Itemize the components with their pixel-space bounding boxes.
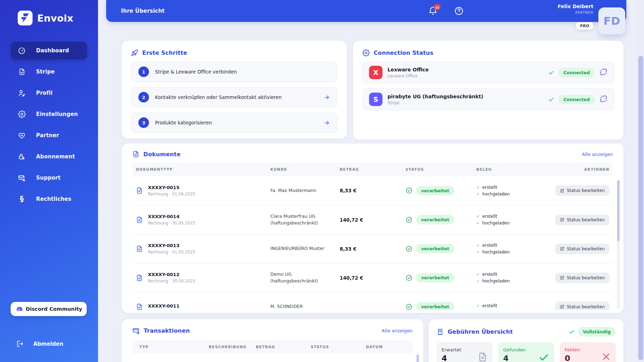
card-title-row: Connection Status <box>362 49 614 57</box>
connection-status-pill: Connected <box>558 95 595 104</box>
col-aktionen: AKTIONEN <box>549 167 609 171</box>
app: Envoix Dashboard Stripe Profil <box>0 0 644 362</box>
sidebar-item-einstellungen[interactable]: Einstellungen <box>11 105 87 123</box>
check-icon: ✓ <box>476 243 480 248</box>
logo: Envoix <box>18 11 73 25</box>
document-icon <box>478 352 488 362</box>
alle-anzeigen-link[interactable]: Alle anzeigen <box>382 328 413 333</box>
disconnect-button[interactable] <box>599 68 608 77</box>
card-title: Erste Schritte <box>142 49 187 56</box>
beleg-label: hochgeladen <box>482 279 510 284</box>
document-id: XXXXY-0015 <box>148 185 195 190</box>
sidebar-item-label: Support <box>36 175 61 181</box>
status-bearbeiten-button[interactable]: Status bearbeiten <box>555 273 609 283</box>
card-title-row: Transaktionen Alle anzeigen <box>132 327 413 334</box>
transaktionen-card: Transaktionen Alle anzeigen TYP BESCHREI… <box>122 319 423 362</box>
document-id: XXXXY-0012 <box>148 272 195 277</box>
status-bearbeiten-button[interactable]: Status bearbeiten <box>555 244 609 254</box>
logout-button[interactable]: Abmelden <box>16 340 63 348</box>
help-button[interactable] <box>454 6 464 17</box>
stat-fehlen: Fehlen 0 <box>560 342 616 362</box>
check-icon <box>548 97 554 103</box>
main-area: Ihre Übersicht 12 Felix Deibert PARTNER … <box>98 0 644 362</box>
sidebar-item-abonnement[interactable]: Abonnement <box>11 148 87 165</box>
user-name: Felix Deibert <box>558 4 593 9</box>
table-scrollbar-thumb[interactable] <box>416 355 419 362</box>
check-icon <box>548 70 554 76</box>
beleg-label: erstellt <box>482 272 497 277</box>
status-badge: verarbeitet <box>416 186 454 195</box>
status-badge: verarbeitet <box>416 273 454 282</box>
sidebar-item-profil[interactable]: Profil <box>11 84 87 102</box>
gear-icon <box>18 110 26 118</box>
card-title: Transaktionen <box>144 327 190 334</box>
envoix-logo-icon <box>18 11 33 25</box>
col-kunde: KUNDE <box>270 167 340 171</box>
sidebar-item-dashboard[interactable]: Dashboard <box>11 42 87 59</box>
avatar[interactable]: FD <box>598 7 625 34</box>
status-bearbeiten-button[interactable]: Status bearbeiten <box>555 185 609 196</box>
connection-row-stripe: S pirabyte UG (haftungsbeschränkt) Strip… <box>362 88 614 110</box>
connection-row-lexware: X Lexware Office Lexware Office Connecte… <box>362 62 614 83</box>
sidebar-nav: Dashboard Stripe Profil Einstellungen <box>11 42 87 211</box>
plan-badge: PRO <box>576 22 593 30</box>
sidebar-item-label: Stripe <box>36 69 55 75</box>
dashboard-icon <box>18 47 26 55</box>
card-title: Gebühren Übersicht <box>448 328 513 335</box>
sidebar-item-support[interactable]: Support <box>11 169 87 187</box>
notifications-button[interactable]: 12 <box>427 6 438 17</box>
gebuehren-card: Gebühren Übersicht Vollständig Erwartet … <box>429 319 623 362</box>
discord-icon <box>15 305 23 313</box>
connection-subtitle: Stripe <box>387 100 483 105</box>
discord-community-button[interactable]: Discord Community <box>11 302 87 316</box>
check-icon: ✓ <box>476 221 480 226</box>
col-dokumenttyp: DOKUMENTTYP <box>136 167 270 171</box>
beleg-label: hochgeladen <box>482 250 510 255</box>
kunde-cell: Demo UG (haftungsbeschränkt) <box>270 271 340 284</box>
card-title-row: Erste Schritte <box>131 49 338 57</box>
table-scrollbar-thumb[interactable] <box>617 180 620 241</box>
step-row-2[interactable]: 2 Kontakte verknüpfen oder Sammelkontakt… <box>131 87 338 107</box>
connection-subtitle: Lexware Office <box>387 74 429 78</box>
document-icon <box>136 245 143 252</box>
credit-card-icon <box>132 327 140 334</box>
edit-icon <box>560 275 564 280</box>
edit-icon <box>560 188 564 193</box>
document-icon <box>136 303 143 310</box>
unlink-icon <box>600 68 607 76</box>
sidebar-item-label: Partner <box>36 132 59 139</box>
sidebar: Envoix Dashboard Stripe Profil <box>0 0 98 362</box>
check-icon: ✓ <box>476 192 480 197</box>
betrag-cell: 8,33 € <box>340 188 406 193</box>
sidebar-item-label: Einstellungen <box>36 111 78 117</box>
disconnect-button[interactable] <box>599 95 608 104</box>
sidebar-item-label: Profil <box>36 90 53 96</box>
document-meta: Rechnung · 01.06.2025 <box>148 192 195 197</box>
card-title: Connection Status <box>374 49 433 56</box>
sidebar-item-stripe[interactable]: Stripe <box>11 63 87 81</box>
document-meta: Rechnung · 30.05.2025 <box>148 221 195 226</box>
kunde-cell: INGENIEURBÜRO Muster <box>270 245 340 252</box>
x-icon <box>602 352 611 361</box>
status-bearbeiten-button[interactable]: Status bearbeiten <box>555 302 609 310</box>
erste-schritte-card: Erste Schritte 1 Stripe & Lexware Office… <box>122 41 347 139</box>
status-bearbeiten-button[interactable]: Status bearbeiten <box>555 215 609 225</box>
col-betrag: BETRAG <box>256 345 311 349</box>
card-title: Dokumente <box>143 151 181 158</box>
user-role: PARTNER <box>558 11 593 14</box>
heart-handshake-icon <box>18 132 26 140</box>
sidebar-item-rechtliches[interactable]: § Rechtliches <box>11 190 87 208</box>
col-beleg: BELEG <box>476 167 549 171</box>
step-row-1[interactable]: 1 Stripe & Lexware Office verbinden <box>131 62 338 82</box>
kunde-cell: M. SCHNEIDER <box>270 303 340 310</box>
topbar: Ihre Übersicht 12 Felix Deibert PARTNER <box>106 0 626 22</box>
table-header: DOKUMENTTYP KUNDE BETRAG STATUS BELEG AK… <box>132 163 613 176</box>
step-row-3[interactable]: 3 Produkte kategorisieren <box>131 112 338 133</box>
col-beschreibung: BESCHREIBUNG <box>209 345 256 349</box>
table-row: XXXXY-0014 Rechnung · 30.05.2025 Clara M… <box>132 205 613 234</box>
table-row: XXXXY-0012 Rechnung · 30.04.2025 Demo UG… <box>132 263 613 292</box>
sidebar-item-partner[interactable]: Partner <box>11 127 87 144</box>
page-scrollbar-thumb[interactable] <box>638 56 643 360</box>
alle-anzeigen-link[interactable]: Alle anzeigen <box>582 152 613 157</box>
table-row: XXXXY-0011 M. SCHNEIDER verarbeitet ✓ers… <box>132 292 613 310</box>
